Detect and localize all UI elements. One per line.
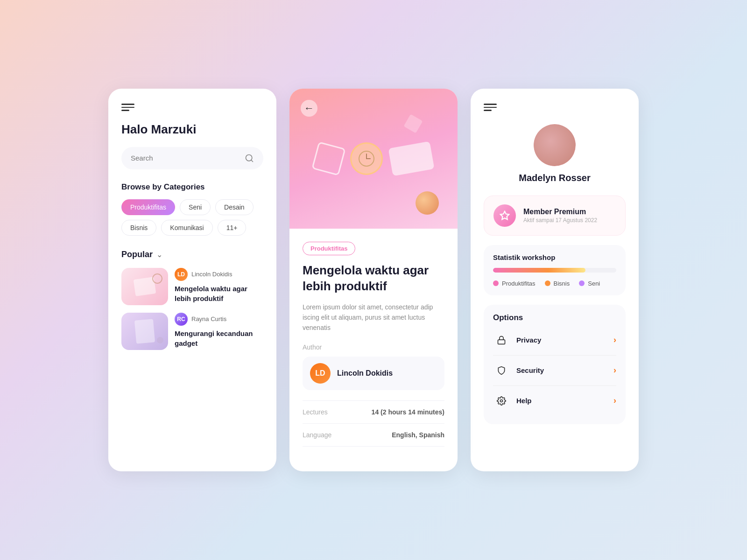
legend-label-produktifitas: Produktifitas bbox=[502, 280, 536, 287]
author-name-1: Lincoln Dokidis bbox=[191, 271, 232, 278]
popular-chevron-icon[interactable]: ⌄ bbox=[156, 250, 162, 259]
course-title-1: Mengelola waktu agar lebih produktif bbox=[175, 284, 263, 303]
svg-rect-6 bbox=[498, 340, 505, 344]
course-description: Lorem ipsum dolor sit amet, consectetur … bbox=[303, 302, 444, 333]
course-meta-1: LD Lincoln Dokidis Mengelola waktu agar … bbox=[175, 268, 263, 303]
lock-icon bbox=[493, 332, 510, 349]
legend-dot-bisnis bbox=[545, 280, 550, 286]
privacy-chevron-icon: › bbox=[613, 335, 616, 345]
course-badge: Produktifitas bbox=[303, 242, 355, 255]
category-tag-seni[interactable]: Seni bbox=[180, 199, 211, 215]
shield-icon bbox=[493, 362, 510, 379]
course-stats: Lectures 14 (2 hours 14 minutes) Languag… bbox=[303, 400, 444, 447]
search-input[interactable] bbox=[131, 154, 245, 162]
progress-bar bbox=[493, 268, 616, 273]
avatar bbox=[534, 124, 576, 166]
category-tag-bisnis[interactable]: Bisnis bbox=[121, 220, 156, 236]
search-icon bbox=[245, 154, 254, 163]
language-value: English, Spanish bbox=[392, 431, 444, 439]
popular-section-header: Popular ⌄ bbox=[121, 250, 263, 259]
hero-laptop-deco bbox=[388, 141, 434, 176]
middle-panel: ← Produktifitas Mengelola waktu agar leb… bbox=[289, 89, 458, 471]
author-detail-card: LD Lincoln Dokidis bbox=[303, 357, 444, 390]
membership-info: Member Premium Aktif sampai 17 Agustus 2… bbox=[523, 208, 597, 224]
options-card: Options Privacy › Secu bbox=[484, 305, 626, 424]
back-button[interactable]: ← bbox=[301, 100, 317, 117]
category-tag-desain[interactable]: Desain bbox=[215, 199, 254, 215]
language-label: Language bbox=[303, 431, 331, 439]
option-row-help[interactable]: Help › bbox=[493, 386, 616, 416]
category-tag-more[interactable]: 11+ bbox=[218, 220, 247, 236]
course-detail-body: Produktifitas Mengelola waktu agar lebih… bbox=[289, 229, 458, 460]
stats-card: Statistik workshop Produktifitas Bisnis … bbox=[484, 245, 626, 295]
gear-icon bbox=[493, 392, 510, 409]
lectures-label: Lectures bbox=[303, 408, 328, 416]
profile-name: Madelyn Rosser bbox=[519, 173, 590, 183]
progress-bar-fill bbox=[493, 268, 585, 273]
option-row-security[interactable]: Security › bbox=[493, 356, 616, 386]
author-avatar-2: RC bbox=[175, 313, 188, 326]
course-card-2[interactable]: RC Rayna Curtis Mengurangi kecanduan gad… bbox=[121, 313, 263, 350]
greeting: Halo Marzuki bbox=[121, 122, 263, 137]
course-thumb-1 bbox=[121, 268, 168, 305]
author-section-label: Author bbox=[303, 343, 444, 351]
author-detail-name: Lincoln Dokidis bbox=[337, 369, 393, 378]
categories-list: Produktifitas Seni Desain Bisnis Komunik… bbox=[121, 199, 263, 236]
legend-item-seni: Seni bbox=[579, 280, 600, 287]
svg-marker-5 bbox=[500, 211, 509, 219]
legend-item-produktifitas: Produktifitas bbox=[493, 280, 536, 287]
profile-section: Madelyn Rosser bbox=[484, 124, 626, 183]
membership-sub: Aktif sampai 17 Agustus 2022 bbox=[523, 217, 597, 224]
hero-clock-deco bbox=[350, 142, 383, 175]
left-panel: Halo Marzuki Browse by Categories Produk… bbox=[108, 89, 276, 471]
hero-decoration bbox=[315, 142, 432, 175]
author-avatar-1: LD bbox=[175, 268, 188, 281]
course-meta-2: RC Rayna Curtis Mengurangi kecanduan gad… bbox=[175, 313, 263, 348]
hero-sphere-deco bbox=[416, 191, 439, 215]
course-title-2: Mengurangi kecanduan gadget bbox=[175, 329, 263, 348]
svg-point-7 bbox=[500, 399, 503, 402]
legend-dot-seni bbox=[579, 280, 585, 286]
avatar-image bbox=[534, 124, 576, 166]
author-detail-avatar: LD bbox=[310, 363, 331, 384]
legend-item-bisnis: Bisnis bbox=[545, 280, 570, 287]
author-row-2: RC Rayna Curtis bbox=[175, 313, 263, 326]
author-name-2: Rayna Curtis bbox=[191, 315, 226, 322]
security-chevron-icon: › bbox=[613, 365, 616, 375]
legend-dot-produktifitas bbox=[493, 280, 499, 286]
membership-title: Member Premium bbox=[523, 208, 597, 216]
option-label-help: Help bbox=[516, 397, 613, 405]
hero-box-deco bbox=[404, 114, 423, 133]
help-chevron-icon: › bbox=[613, 396, 616, 406]
category-tag-komunikasi[interactable]: Komunikasi bbox=[161, 220, 212, 236]
membership-icon bbox=[493, 204, 516, 227]
lectures-value: 14 (2 hours 14 minutes) bbox=[372, 408, 444, 416]
popular-label: Popular bbox=[121, 250, 153, 259]
menu-icon[interactable] bbox=[121, 104, 134, 111]
course-thumb-2 bbox=[121, 313, 168, 350]
stats-title: Statistik workshop bbox=[493, 253, 616, 261]
course-hero-image: ← bbox=[289, 89, 458, 229]
option-row-privacy[interactable]: Privacy › bbox=[493, 325, 616, 356]
browse-title: Browse by Categories bbox=[121, 182, 263, 192]
right-panel: Madelyn Rosser Member Premium Aktif samp… bbox=[471, 89, 639, 471]
hero-square-deco bbox=[311, 141, 345, 175]
course-main-title: Mengelola waktu agar lebih produktif bbox=[303, 263, 444, 294]
right-menu-icon[interactable] bbox=[484, 104, 497, 111]
option-label-privacy: Privacy bbox=[516, 336, 613, 344]
legend-label-seni: Seni bbox=[588, 280, 600, 287]
legend-label-bisnis: Bisnis bbox=[554, 280, 570, 287]
membership-card: Member Premium Aktif sampai 17 Agustus 2… bbox=[484, 196, 626, 236]
svg-line-1 bbox=[251, 160, 253, 161]
options-title: Options bbox=[493, 313, 616, 322]
legend-grid: Produktifitas Bisnis Seni bbox=[493, 280, 616, 287]
option-label-security: Security bbox=[516, 366, 613, 374]
stat-language: Language English, Spanish bbox=[303, 424, 444, 447]
course-card-1[interactable]: LD Lincoln Dokidis Mengelola waktu agar … bbox=[121, 268, 263, 305]
search-bar bbox=[121, 147, 263, 169]
author-row-1: LD Lincoln Dokidis bbox=[175, 268, 263, 281]
category-tag-produktifitas[interactable]: Produktifitas bbox=[121, 199, 175, 215]
stat-lectures: Lectures 14 (2 hours 14 minutes) bbox=[303, 401, 444, 424]
